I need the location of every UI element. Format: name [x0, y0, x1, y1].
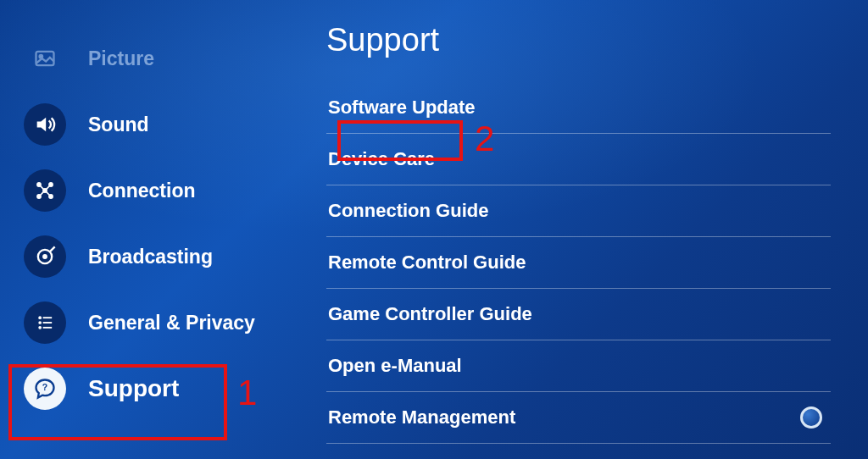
svg-rect-10	[43, 317, 52, 318]
annotation-number-1: 1	[237, 373, 257, 413]
menu-item-remote-management[interactable]: Remote Management	[326, 392, 831, 444]
annotation-number-2: 2	[475, 119, 494, 159]
broadcasting-icon	[24, 235, 66, 278]
sidebar-item-connection[interactable]: Connection	[24, 158, 292, 224]
menu-item-label: Remote Management	[328, 406, 515, 429]
sidebar-item-label: Support	[88, 375, 179, 402]
sidebar-item-label: Sound	[88, 113, 149, 136]
sidebar-item-general-privacy[interactable]: General & Privacy	[24, 290, 292, 356]
svg-text:?: ?	[42, 382, 47, 392]
menu-item-about-this-tv[interactable]: About This TV	[326, 444, 831, 459]
menu-item-connection-guide[interactable]: Connection Guide	[326, 185, 831, 237]
menu-item-open-e-manual[interactable]: Open e-Manual	[326, 340, 831, 392]
page-title: Support	[326, 22, 831, 58]
main-panel: Support Software Update Device Care Conn…	[292, 0, 868, 459]
svg-rect-12	[43, 322, 52, 324]
svg-point-9	[38, 316, 42, 319]
menu-item-device-care[interactable]: Device Care	[326, 134, 831, 185]
sound-icon	[24, 103, 66, 146]
sidebar-item-broadcasting[interactable]: Broadcasting	[24, 224, 292, 290]
sidebar-item-label: Connection	[88, 180, 196, 202]
menu-item-label: Remote Control Guide	[328, 252, 526, 274]
support-menu-list: Software Update Device Care Connection G…	[326, 82, 831, 459]
menu-item-label: Connection Guide	[328, 200, 488, 222]
svg-point-8	[42, 254, 47, 259]
sidebar-item-sound[interactable]: Sound	[24, 91, 292, 158]
menu-item-label: Open e-Manual	[328, 355, 462, 377]
menu-item-label: Device Care	[328, 148, 435, 170]
radio-indicator-icon	[800, 406, 822, 429]
general-privacy-icon	[24, 301, 66, 344]
svg-rect-14	[43, 327, 52, 329]
connection-icon	[24, 169, 66, 212]
menu-item-remote-control-guide[interactable]: Remote Control Guide	[326, 237, 831, 289]
menu-item-label: Game Controller Guide	[328, 303, 532, 325]
sidebar-item-label: Broadcasting	[88, 246, 213, 268]
svg-point-13	[38, 326, 42, 329]
menu-item-game-controller-guide[interactable]: Game Controller Guide	[326, 289, 831, 340]
sidebar-item-picture[interactable]: Picture	[24, 25, 292, 91]
sidebar-item-label: General & Privacy	[88, 312, 255, 335]
picture-icon	[24, 37, 66, 80]
support-icon: ?	[24, 368, 66, 410]
menu-item-label: Software Update	[328, 97, 476, 119]
svg-point-11	[38, 321, 42, 324]
sidebar-item-label: Picture	[88, 47, 154, 70]
menu-item-software-update[interactable]: Software Update	[326, 82, 831, 134]
